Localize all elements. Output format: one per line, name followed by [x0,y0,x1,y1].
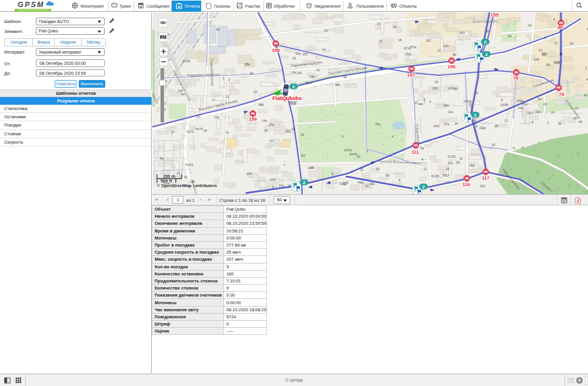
svg-text:2: 2 [485,52,488,57]
svg-text:19а: 19а [309,75,315,78]
svg-text:24: 24 [435,80,438,84]
svg-text:117: 117 [482,175,490,181]
svg-text:159: 159 [249,117,257,122]
svg-text:23: 23 [376,167,379,171]
svg-text:15: 15 [379,39,382,43]
svg-text:25: 25 [573,117,577,120]
svg-text:27: 27 [171,131,175,134]
svg-text:31: 31 [558,122,562,125]
svg-text:25а: 25а [375,122,380,126]
svg-text:42а: 42а [295,52,300,55]
svg-text:29: 29 [546,63,550,66]
svg-text:25: 25 [300,133,304,137]
svg-text:5: 5 [342,135,343,138]
svg-text:197: 197 [426,39,431,42]
svg-text:35: 35 [264,129,268,132]
svg-text:152: 152 [285,129,290,133]
svg-text:2: 2 [228,78,230,81]
svg-text:19: 19 [292,56,296,60]
svg-text:93: 93 [579,120,582,124]
svg-text:10: 10 [377,22,380,25]
svg-text:20: 20 [528,24,532,27]
svg-text:2: 2 [422,184,425,189]
svg-text:7: 7 [222,77,224,81]
svg-text:13: 13 [554,41,557,45]
svg-text:89: 89 [453,53,456,56]
svg-text:12: 12 [423,167,427,171]
svg-text:6: 6 [422,158,423,161]
svg-text:14/12: 14/12 [344,148,352,152]
svg-text:9а: 9а [508,34,512,38]
svg-text:20: 20 [365,184,369,188]
svg-text:3: 3 [366,149,368,153]
svg-text:© OpenStreetMap contributors: © OpenStreetMap contributors [157,184,217,188]
svg-text:17б: 17б [447,161,453,165]
svg-text:10а: 10а [279,184,284,187]
svg-text:51/53: 51/53 [185,163,193,167]
svg-text:27: 27 [437,49,441,52]
svg-text:134: 134 [308,166,313,169]
svg-text:44: 44 [419,102,422,106]
svg-text:14: 14 [322,48,325,51]
svg-text:28: 28 [456,161,460,164]
svg-text:34/36: 34/36 [349,152,358,156]
svg-text:6/7а: 6/7а [404,46,410,50]
svg-text:30: 30 [393,25,396,29]
svg-text:24: 24 [551,111,554,114]
svg-text:29/2: 29/2 [405,52,412,56]
svg-text:21/30: 21/30 [447,155,456,158]
svg-text:91: 91 [345,181,349,184]
svg-text:6а: 6а [160,157,163,160]
svg-text:STOP: STOP [465,178,469,179]
svg-text:5/1: 5/1 [301,154,306,157]
svg-text:STOP: STOP [514,72,519,74]
svg-text:157а: 157а [409,45,416,49]
svg-text:2: 2 [547,121,549,124]
svg-text:82: 82 [216,28,220,31]
svg-text:156: 156 [447,64,456,69]
svg-text:4: 4 [392,135,393,138]
svg-text:24: 24 [203,129,207,132]
svg-text:STOP: STOP [559,22,563,24]
svg-text:STOP: STOP [410,68,414,70]
svg-text:143: 143 [443,44,449,48]
svg-text:24: 24 [455,122,458,125]
svg-text:152: 152 [480,184,485,188]
svg-text:15а: 15а [469,164,475,167]
svg-text:19: 19 [253,90,257,94]
svg-text:157: 157 [407,72,415,78]
svg-text:23а: 23а [535,110,540,114]
svg-text:10а: 10а [270,178,275,181]
svg-text:4: 4 [429,100,431,104]
svg-text:17: 17 [415,101,418,105]
svg-text:79: 79 [559,92,564,97]
svg-text:21: 21 [505,119,508,122]
svg-text:36: 36 [482,127,486,130]
svg-text:80: 80 [558,25,563,30]
svg-text:38а: 38а [245,62,250,66]
svg-text:Казенный Яч: Казенный Яч [473,19,497,24]
svg-text:5: 5 [332,172,333,176]
svg-text:15: 15 [446,167,449,171]
svg-text:1: 1 [585,66,587,70]
svg-text:7а/76: 7а/76 [195,127,203,131]
svg-text:106: 106 [178,89,183,92]
svg-text:7а: 7а [225,131,229,134]
svg-text:3/1: 3/1 [442,174,447,177]
svg-text:22: 22 [226,95,229,98]
svg-text:81/83: 81/83 [182,59,191,63]
svg-text:2: 2 [484,39,487,45]
svg-text:40: 40 [584,94,587,97]
svg-text:STOP: STOP [274,43,278,45]
svg-text:9а: 9а [386,174,389,177]
svg-text:3а: 3а [292,71,296,74]
svg-text:32: 32 [184,175,188,179]
svg-text:26/2: 26/2 [433,124,440,128]
svg-text:8: 8 [501,98,503,102]
svg-text:2: 2 [474,112,477,118]
svg-text:8: 8 [399,178,400,182]
svg-text:78: 78 [513,75,519,81]
svg-text:20: 20 [455,87,458,91]
svg-text:STOP: STOP [251,113,255,115]
svg-text:23: 23 [543,102,547,106]
